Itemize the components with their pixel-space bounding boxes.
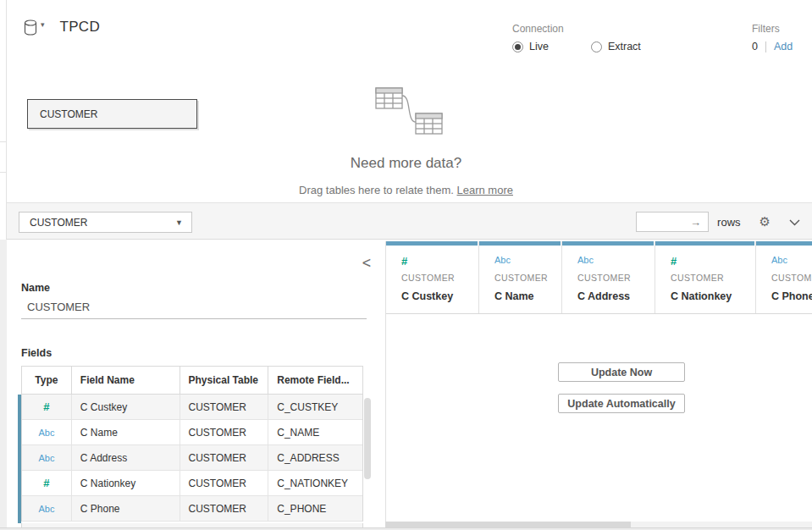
column-accent-bar bbox=[655, 241, 754, 246]
remote-field-cell: C_NAME bbox=[268, 420, 362, 444]
data-preview-grid: #CUSTOMERC CustkeyAbcCUSTOMERC NameAbcCU… bbox=[385, 241, 812, 522]
column-table-label: CUSTOMER bbox=[771, 273, 812, 283]
column-accent-bar bbox=[386, 241, 478, 246]
grid-column-c-phone[interactable]: AbcCUSTOMERC Phone bbox=[756, 241, 812, 313]
grid-column-c-name[interactable]: AbcCUSTOMERC Name bbox=[479, 241, 562, 313]
column-field-label[interactable]: C Phone bbox=[771, 290, 812, 302]
learn-more-link[interactable]: Learn more bbox=[456, 184, 512, 196]
column-table-label: CUSTOMER bbox=[577, 273, 655, 283]
table-selector-dropdown[interactable]: CUSTOMER ▼ bbox=[19, 212, 192, 233]
fields-selection-bar bbox=[18, 395, 21, 523]
datasource-title: TPCD bbox=[60, 19, 100, 36]
field-name-cell[interactable]: C Name bbox=[72, 420, 180, 444]
radio-live-circle[interactable] bbox=[512, 41, 523, 52]
filters-divider bbox=[765, 41, 766, 52]
string-type-icon: Abc bbox=[22, 445, 72, 470]
string-type-icon: Abc bbox=[22, 420, 72, 444]
column-field-label[interactable]: C Name bbox=[494, 290, 561, 302]
column-field-label[interactable]: C Address bbox=[577, 290, 655, 302]
radio-live[interactable]: Live bbox=[512, 41, 549, 52]
chevron-down-icon[interactable] bbox=[789, 214, 800, 229]
collapse-panel-chevron-icon[interactable]: < bbox=[362, 253, 372, 271]
remote-field-cell: C_CUSTKEY bbox=[268, 395, 362, 419]
connection-block: Connection Live Extract bbox=[512, 23, 641, 52]
remote-field-cell: C_ADDRESS bbox=[268, 445, 362, 470]
col-header-physical-table[interactable]: Physical Table bbox=[180, 367, 269, 394]
field-row-c-nationkey[interactable]: #C NationkeyCUSTOMERC_NATIONKEY bbox=[22, 471, 362, 496]
column-table-label: CUSTOMER bbox=[494, 273, 561, 283]
filters-label: Filters bbox=[752, 23, 793, 35]
fields-table: Type Field Name Physical Table Remote Fi… bbox=[21, 366, 363, 522]
database-icon[interactable] bbox=[24, 19, 37, 36]
field-row-c-address[interactable]: AbcC AddressCUSTOMERC_ADDRESS bbox=[22, 445, 362, 471]
column-accent-bar bbox=[756, 241, 812, 246]
string-type-icon: Abc bbox=[494, 255, 561, 268]
grid-toolbar: CUSTOMER ▼ → rows ⚙ bbox=[7, 202, 812, 240]
update-automatically-button[interactable]: Update Automatically bbox=[558, 394, 685, 413]
column-table-label: CUSTOMER bbox=[401, 273, 478, 283]
number-type-icon: # bbox=[22, 395, 72, 419]
rows-label: rows bbox=[717, 216, 740, 229]
filters-count: 0 bbox=[752, 41, 758, 52]
update-now-button[interactable]: Update Now bbox=[558, 362, 685, 382]
empty-state-subtitle-text: Drag tables here to relate them. bbox=[299, 184, 454, 196]
connection-label: Connection bbox=[512, 23, 641, 35]
filters-add-link[interactable]: Add bbox=[774, 41, 793, 52]
col-header-type[interactable]: Type bbox=[22, 367, 72, 394]
canvas-table-node[interactable]: CUSTOMER bbox=[27, 99, 197, 129]
grid-column-c-address[interactable]: AbcCUSTOMERC Address bbox=[562, 241, 655, 313]
rows-controls: → rows ⚙ bbox=[636, 212, 800, 232]
physical-table-cell: CUSTOMER bbox=[180, 395, 269, 419]
col-header-field-name[interactable]: Field Name bbox=[72, 367, 180, 394]
field-name-cell[interactable]: C Custkey bbox=[72, 395, 180, 419]
string-type-icon: Abc bbox=[22, 496, 72, 521]
dropdown-caret-icon: ▼ bbox=[175, 218, 183, 227]
col-header-remote-field[interactable]: Remote Field... bbox=[268, 367, 362, 394]
column-field-label[interactable]: C Custkey bbox=[401, 290, 478, 302]
name-input[interactable] bbox=[21, 299, 367, 319]
field-row-c-name[interactable]: AbcC NameCUSTOMERC_NAME bbox=[22, 420, 362, 445]
field-name-cell[interactable]: C Nationkey bbox=[72, 471, 180, 495]
remote-field-cell: C_PHONE bbox=[268, 496, 362, 521]
field-name-cell[interactable]: C Address bbox=[72, 445, 180, 470]
string-type-icon: Abc bbox=[577, 255, 655, 268]
grid-column-c-nationkey[interactable]: #CUSTOMERC Nationkey bbox=[655, 241, 756, 313]
physical-table-cell: CUSTOMER bbox=[180, 420, 269, 444]
fields-table-scrollbar[interactable] bbox=[364, 398, 371, 479]
datasource-page: ▾ TPCD Connection Live Extract Filters 0… bbox=[0, 0, 812, 530]
column-accent-bar bbox=[479, 241, 561, 246]
remote-field-cell: C_NATIONKEY bbox=[268, 471, 362, 495]
row-limit-input[interactable]: → bbox=[636, 212, 709, 232]
radio-extract-circle[interactable] bbox=[591, 41, 602, 52]
field-row-c-custkey[interactable]: #C CustkeyCUSTOMERC_CUSTKEY bbox=[22, 395, 362, 420]
filters-block: Filters 0 Add bbox=[752, 23, 793, 52]
number-type-icon: # bbox=[401, 255, 478, 268]
fields-table-header-row: Type Field Name Physical Table Remote Fi… bbox=[22, 367, 362, 395]
relate-tables-illustration bbox=[369, 85, 450, 141]
number-type-icon: # bbox=[22, 471, 72, 495]
radio-extract-label: Extract bbox=[608, 41, 641, 52]
column-accent-bar bbox=[562, 241, 654, 246]
column-field-label[interactable]: C Nationkey bbox=[671, 290, 755, 302]
physical-table-cell: CUSTOMER bbox=[180, 445, 269, 470]
fields-label: Fields bbox=[21, 347, 52, 359]
radio-extract[interactable]: Extract bbox=[591, 41, 641, 52]
grid-hscrollbar-thumb[interactable] bbox=[385, 522, 631, 527]
grid-column-c-custkey[interactable]: #CUSTOMERC Custkey bbox=[386, 241, 479, 313]
physical-table-cell: CUSTOMER bbox=[180, 471, 269, 495]
field-name-cell[interactable]: C Phone bbox=[72, 496, 180, 521]
empty-state-title: Need more data? bbox=[0, 155, 812, 172]
field-row-c-phone[interactable]: AbcC PhoneCUSTOMERC_PHONE bbox=[22, 496, 362, 522]
empty-state-subtitle: Drag tables here to relate them. Learn m… bbox=[0, 184, 812, 196]
physical-table-cell: CUSTOMER bbox=[180, 496, 269, 521]
header: ▾ TPCD bbox=[24, 19, 100, 36]
column-table-label: CUSTOMER bbox=[671, 273, 755, 283]
table-selector-value: CUSTOMER bbox=[30, 217, 87, 229]
name-label: Name bbox=[21, 282, 50, 294]
left-edge-strip-lower bbox=[0, 240, 7, 530]
radio-live-label: Live bbox=[529, 41, 549, 52]
number-type-icon: # bbox=[671, 255, 755, 268]
database-caret-icon[interactable]: ▾ bbox=[41, 20, 45, 29]
right-arrow-icon: → bbox=[690, 216, 701, 229]
gear-icon[interactable]: ⚙ bbox=[760, 214, 771, 229]
